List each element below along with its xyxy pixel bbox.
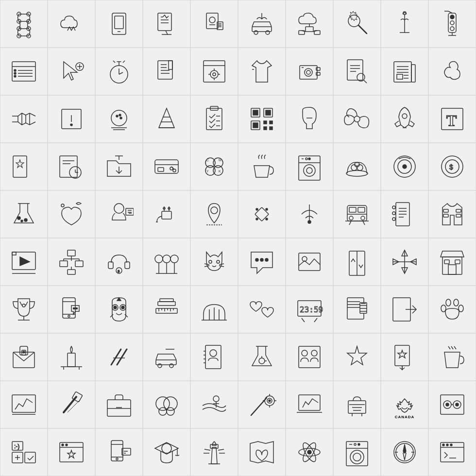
- svg-point-339: [210, 350, 217, 357]
- icon-cell-browser-star: [48, 428, 95, 476]
- svg-point-252: [255, 258, 258, 261]
- svg-line-70: [123, 61, 125, 63]
- svg-rect-84: [316, 68, 320, 70]
- svg-text:23:59: 23:59: [300, 305, 323, 314]
- svg-point-349: [302, 350, 307, 356]
- icon-cell-doc-search: [333, 48, 381, 95]
- icon-cell-star-outline: [333, 333, 381, 381]
- svg-point-412: [162, 443, 171, 453]
- svg-point-47: [450, 21, 454, 25]
- svg-point-46: [450, 15, 454, 19]
- svg-point-369: [213, 396, 219, 402]
- svg-point-198: [266, 218, 268, 220]
- icon-cell-booth: [428, 238, 476, 286]
- svg-rect-357: [12, 395, 35, 412]
- icon-cell-text-type: T: [428, 95, 476, 143]
- icon-cell-hammer-tools: [48, 381, 95, 428]
- svg-rect-235: [108, 262, 113, 269]
- svg-marker-135: [16, 160, 24, 168]
- svg-line-251: [219, 266, 224, 267]
- svg-line-13: [71, 27, 73, 31]
- icon-cell-hot-drink: [238, 143, 286, 190]
- svg-point-427: [353, 453, 361, 461]
- icon-cell-headphones-coins: $: [95, 238, 143, 286]
- icon-cell-location-person: [190, 190, 238, 238]
- icon-cell-badge-star: [381, 333, 428, 381]
- svg-point-177: [17, 217, 20, 220]
- icon-cell-envelope-lock: [0, 333, 48, 381]
- svg-rect-362: [107, 400, 131, 416]
- svg-point-59: [14, 72, 16, 74]
- icon-cell-cursor-add: [48, 48, 95, 95]
- svg-rect-147: [158, 168, 164, 171]
- icon-cell-tablet: [95, 0, 143, 48]
- svg-line-287: [125, 314, 128, 317]
- svg-point-335: [158, 364, 162, 368]
- svg-point-164: [306, 158, 307, 160]
- svg-point-247: [217, 260, 220, 263]
- svg-point-75: [213, 73, 216, 76]
- icon-cell-biohazard: [333, 95, 381, 143]
- svg-rect-85: [316, 72, 320, 75]
- icon-cell-cat-face: [190, 238, 238, 286]
- icon-cell-chart: [143, 0, 190, 48]
- svg-point-196: [266, 208, 268, 210]
- icon-cell-settings-page: [190, 48, 238, 95]
- icon-cell-passport: [190, 0, 238, 48]
- svg-rect-221: [456, 214, 461, 217]
- svg-rect-183: [126, 208, 134, 215]
- svg-point-254: [265, 258, 268, 261]
- svg-rect-326: [68, 353, 75, 367]
- icon-cell-browser-list: [0, 48, 48, 95]
- icon-cell-circles: [143, 381, 190, 428]
- svg-point-206: [361, 216, 365, 220]
- svg-point-161: [304, 165, 315, 176]
- svg-line-209: [363, 221, 365, 225]
- svg-point-440: [442, 444, 444, 446]
- icon-cell-pencils-x: [95, 333, 143, 381]
- svg-rect-236: [125, 262, 130, 269]
- svg-rect-227: [60, 261, 68, 267]
- svg-point-154: [213, 166, 223, 175]
- svg-marker-419: [250, 442, 273, 463]
- svg-rect-98: [397, 74, 403, 79]
- icon-cell-hearts: [238, 286, 286, 333]
- svg-rect-397: [25, 452, 35, 463]
- svg-rect-352: [395, 345, 409, 366]
- icon-cell-train: [333, 190, 381, 238]
- svg-line-273: [26, 302, 28, 306]
- icon-cell-flag-group: [143, 238, 190, 286]
- icon-cell-elevator: [333, 238, 381, 286]
- svg-rect-94: [411, 65, 415, 82]
- icon-cell-clock-display: 23:59: [286, 286, 333, 333]
- icon-cell-checklist: [190, 95, 238, 143]
- svg-rect-35: [306, 27, 313, 32]
- icon-cell-map-heart: [238, 428, 286, 476]
- icon-cell-shield-doc: [143, 48, 190, 95]
- svg-rect-119: [253, 110, 258, 115]
- icon-cell-vinyl: [381, 143, 428, 190]
- icon-cell-stopwatch: [95, 48, 143, 95]
- svg-rect-127: [270, 127, 272, 130]
- svg-point-192: [211, 207, 218, 214]
- svg-rect-186: [162, 211, 171, 219]
- svg-rect-219: [456, 209, 461, 212]
- svg-point-336: [170, 364, 173, 368]
- icon-cell-gear-search: [333, 0, 381, 48]
- icon-cell-wifi-signal: [286, 190, 333, 238]
- icon-cell-coffee-cup: [428, 333, 476, 381]
- icon-cell-image-frame: [286, 238, 333, 286]
- svg-text:$: $: [449, 163, 453, 171]
- svg-rect-203: [349, 207, 356, 212]
- icon-cell-arch-bridge: [190, 286, 238, 333]
- svg-point-152: [213, 158, 223, 168]
- svg-marker-413: [155, 442, 178, 454]
- icon-cell-traffic-light: [428, 0, 476, 48]
- svg-point-430: [358, 443, 360, 445]
- svg-line-355: [451, 346, 453, 349]
- icon-cell-contact-book: [190, 333, 238, 381]
- icon-cell-chat-dots: [238, 238, 286, 286]
- icon-cell-warning-box: [48, 95, 95, 143]
- svg-point-240: [163, 255, 170, 263]
- icon-cell-mobile-chat: [48, 286, 95, 333]
